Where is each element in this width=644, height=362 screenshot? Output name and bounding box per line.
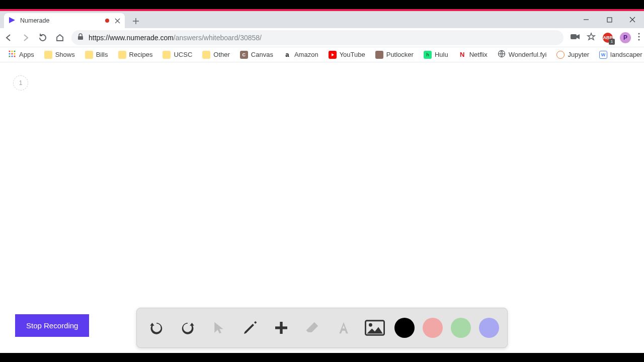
bookmark-canvas[interactable]: CCanvas — [235, 47, 278, 62]
svg-point-18 — [14, 50, 15, 52]
camera-icon[interactable] — [571, 33, 580, 42]
letterbox-bottom — [0, 353, 644, 362]
whiteboard-page-number[interactable]: 1 — [13, 75, 28, 90]
close-tab-icon[interactable] — [114, 18, 121, 24]
bookmark-recipes[interactable]: Recipes — [113, 47, 158, 62]
bookmark-youtube[interactable]: YouTube — [324, 47, 370, 62]
bookmark-apps[interactable]: Apps — [3, 47, 39, 62]
tab-title: Numerade — [20, 17, 49, 24]
stop-recording-button[interactable]: Stop Recording — [15, 314, 89, 337]
bookmark-shows[interactable]: Shows — [39, 47, 80, 62]
svg-point-22 — [9, 55, 10, 57]
color-swatch-blue[interactable] — [479, 318, 499, 338]
svg-marker-0 — [9, 17, 15, 23]
bookmark-wonderful-fyi[interactable]: Wonderful.fyi — [493, 47, 552, 62]
bookmarks-bar: AppsShowsBillsRecipesUCSCOtherCCanvasaAm… — [0, 47, 644, 62]
window-controls — [575, 11, 644, 28]
svg-point-19 — [9, 53, 10, 54]
bookmark-label: Wonderful.fyi — [509, 51, 547, 58]
bookmark-label: Jupyter — [568, 51, 589, 58]
bookmark-other[interactable]: Other — [197, 47, 235, 62]
svg-point-14 — [638, 36, 639, 37]
nav-back-button[interactable] — [0, 28, 17, 47]
new-tab-button[interactable] — [130, 15, 142, 27]
bookmark-label: Bills — [96, 51, 108, 58]
bookmark-label: Canvas — [251, 51, 273, 58]
recording-dot-icon — [105, 19, 109, 23]
svg-rect-29 — [275, 326, 287, 329]
window-close-button[interactable] — [621, 11, 644, 28]
svg-point-13 — [638, 33, 639, 34]
undo-button[interactable] — [145, 316, 168, 339]
svg-point-15 — [638, 39, 639, 40]
nav-home-button[interactable] — [51, 28, 68, 47]
profile-avatar[interactable]: P — [620, 32, 631, 43]
bookmark-icon: C — [240, 51, 248, 59]
color-swatch-green[interactable] — [451, 318, 471, 338]
color-swatch-red[interactable] — [423, 318, 443, 338]
bookmark-jupyter[interactable]: Jupyter — [551, 47, 594, 62]
bookmark-netflix[interactable]: NNetflix — [453, 47, 493, 62]
svg-point-24 — [14, 55, 15, 57]
bookmark-label: landscaper — [610, 51, 642, 58]
bookmark-label: Netflix — [469, 51, 488, 58]
bookmark-hulu[interactable]: hHulu — [419, 47, 453, 62]
nav-reload-button[interactable] — [34, 28, 51, 47]
bookmark-label: Putlocker — [386, 51, 414, 58]
redo-button[interactable] — [176, 316, 199, 339]
url-host: https://www.numerade.com — [89, 34, 174, 42]
numerade-favicon — [8, 16, 16, 26]
add-tool[interactable] — [270, 316, 293, 339]
adblock-extension-icon[interactable]: ABP 1 — [603, 33, 613, 43]
browser-tabstrip: Numerade — [0, 11, 644, 28]
bookmark-label: Hulu — [435, 51, 448, 58]
bookmark-amazon[interactable]: aAmazon — [278, 47, 324, 62]
bookmark-icon — [375, 51, 383, 59]
pointer-tool[interactable] — [207, 316, 230, 339]
bookmark-label: Other — [213, 51, 230, 58]
bookmark-icon: N — [458, 51, 466, 59]
bookmark-label: Recipes — [129, 51, 153, 58]
bookmark-label: Amazon — [294, 51, 318, 58]
svg-point-31 — [369, 323, 372, 327]
svg-point-17 — [11, 50, 13, 52]
bookmark-icon — [44, 51, 52, 59]
omnibox[interactable]: https://www.numerade.com/answers/whitebo… — [71, 30, 564, 45]
url-path: /answers/whiteboard/30858/ — [174, 34, 262, 42]
bookmark-icon — [118, 51, 126, 59]
bookmark-icon — [202, 51, 210, 59]
bookmark-star-icon[interactable] — [587, 32, 596, 43]
bookmark-icon: W — [599, 51, 607, 59]
nav-forward-button[interactable] — [17, 28, 34, 47]
pencil-tool[interactable] — [238, 316, 262, 339]
lock-icon — [77, 33, 84, 42]
address-bar-row: https://www.numerade.com/answers/whitebo… — [0, 28, 644, 47]
svg-point-20 — [11, 53, 13, 54]
bookmark-icon — [329, 51, 337, 59]
whiteboard-toolbar — [136, 308, 508, 348]
color-swatch-black[interactable] — [394, 318, 415, 338]
svg-point-16 — [9, 50, 10, 52]
tab-numerade[interactable]: Numerade — [4, 13, 125, 28]
svg-rect-10 — [571, 34, 577, 39]
bookmark-icon — [85, 51, 93, 59]
bookmark-landscaper[interactable]: Wlandscaper — [594, 47, 644, 62]
bookmark-putlocker[interactable]: Putlocker — [370, 47, 419, 62]
bookmark-icon — [556, 51, 565, 59]
window-maximize-button[interactable] — [598, 11, 621, 28]
svg-marker-27 — [214, 322, 223, 334]
text-tool[interactable] — [332, 316, 355, 339]
bookmark-icon — [163, 51, 171, 59]
omnibox-right-icons: ABP 1 P — [567, 32, 644, 43]
image-tool[interactable] — [363, 316, 386, 339]
abp-badge-count: 1 — [609, 39, 615, 45]
eraser-tool[interactable] — [301, 316, 324, 339]
chrome-menu-icon[interactable] — [638, 33, 640, 43]
bookmark-label: YouTube — [340, 51, 365, 58]
bookmark-bills[interactable]: Bills — [80, 47, 113, 62]
window-minimize-button[interactable] — [575, 11, 598, 28]
bookmark-icon: a — [283, 51, 291, 59]
bookmark-ucsc[interactable]: UCSC — [157, 47, 197, 62]
svg-marker-11 — [577, 34, 580, 39]
bookmark-icon — [498, 50, 506, 59]
